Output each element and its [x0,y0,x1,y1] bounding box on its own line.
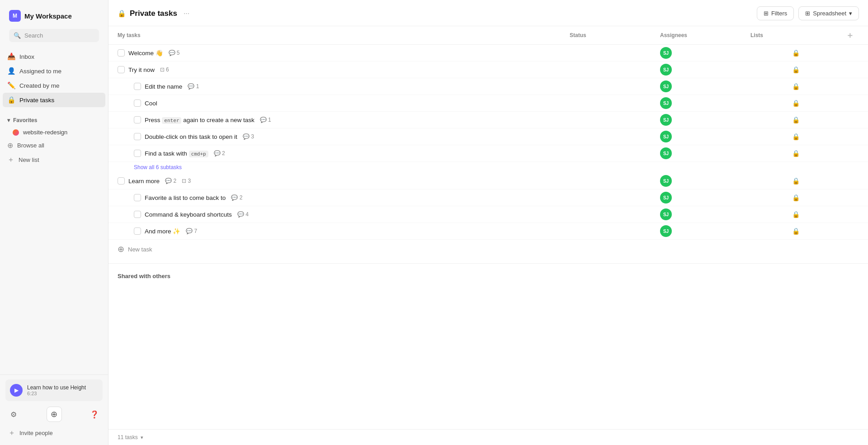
task-checkbox[interactable] [134,227,141,235]
help-button[interactable]: ❓ [87,407,102,421]
task-checkbox[interactable] [118,177,125,185]
bottom-actions: ⚙ ⊕ ❓ [5,405,103,424]
browse-all-label: Browse all [17,142,44,149]
learn-card[interactable]: ▶ Learn how to use Height 6:23 [5,379,103,401]
more-button[interactable]: ··· [181,8,192,19]
new-task-fab-button[interactable]: ⊕ [47,407,62,422]
task-lock: 🔒 [750,227,841,235]
task-row[interactable]: Press enter again to create a new task 💬… [108,112,868,128]
nav-items: 📥 Inbox 👤 Assigned to me ✏️ Created by m… [0,47,108,109]
task-area: My tasks Status Assignees Lists ＋ Welcom… [108,26,868,429]
spreadsheet-button[interactable]: ⊞ Spreadsheet ▾ [798,6,859,20]
private-icon: 🔒 [7,96,15,104]
task-checkbox[interactable] [134,99,141,107]
add-column-button[interactable]: ＋ [841,30,859,41]
task-comment-badge: 💬 2 [214,150,225,156]
task-name-cell: Learn more 💬 2 ⊡ 3 [118,177,570,185]
invite-people-item[interactable]: ＋ Invite people [5,426,103,440]
task-row[interactable]: Find a task with cmd+p 💬 2 SJ 🔒 [108,145,868,162]
col-tasks: My tasks [118,30,570,41]
browse-all-item[interactable]: ⊕ Browse all [0,138,108,152]
task-row[interactable]: Welcome 👋 💬 5 SJ 🔒 [108,45,868,62]
task-comment-badge: 💬 7 [186,228,197,234]
sidebar-top: M My Workspace 🔍 Search [0,0,108,47]
assignee-avatar: SJ [660,80,672,92]
col-status: Status [570,30,660,41]
col-status-label: Status [570,32,586,38]
task-lock: 🔒 [750,177,841,185]
search-bar[interactable]: 🔍 Search [9,29,99,42]
task-checkbox[interactable] [118,66,125,73]
assignee-avatar: SJ [660,47,672,59]
task-name-cell: And more ✨ 💬 7 [134,227,570,235]
new-task-label: New task [128,246,152,253]
task-checkbox[interactable] [134,116,141,123]
task-name-cell: Double-click on this task to open it 💬 3 [134,133,570,140]
task-name-cell: Command & keyboard shortcuts 💬 4 [134,211,570,218]
task-name-cell: Find a task with cmd+p 💬 2 [134,150,570,157]
task-assignees: SJ [660,131,750,142]
task-row[interactable]: And more ✨ 💬 7 SJ 🔒 [108,223,868,240]
task-row[interactable]: Cool SJ 🔒 [108,95,868,112]
title-lock-icon: 🔒 [118,9,126,18]
task-checkbox[interactable] [134,150,141,157]
new-list-label: New list [19,156,39,163]
task-name: Welcome 👋 [128,49,163,57]
assignee-avatar: SJ [660,131,672,142]
table-header: My tasks Status Assignees Lists ＋ [108,26,868,45]
task-row[interactable]: Try it now ⊡ 6 SJ 🔒 [108,62,868,78]
task-row[interactable]: Edit the name 💬 1 SJ 🔒 [108,78,868,95]
favorites-section-header[interactable]: ▾ Favorites [0,114,108,126]
task-count-chevron[interactable]: ▾ [141,435,143,440]
task-assignees: SJ [660,114,750,126]
workspace-header[interactable]: M My Workspace [6,5,102,26]
task-lock: 🔒 [750,133,841,140]
task-name: Find a task with cmd+p [145,150,208,157]
new-task-button[interactable]: ⊕ New task [108,240,868,259]
assignee-avatar: SJ [660,147,672,159]
assignee-avatar: SJ [660,64,672,76]
task-lock: 🔒 [750,49,841,57]
task-name: Edit the name [145,83,182,90]
settings-button[interactable]: ⚙ [6,407,21,421]
sidebar-item-assigned[interactable]: 👤 Assigned to me [3,64,105,78]
col-lists-label: Lists [750,32,763,38]
workspace-name: My Workspace [24,12,72,20]
task-row[interactable]: Favorite a list to come back to 💬 2 SJ 🔒 [108,189,868,206]
show-subtasks-button[interactable]: Show all 6 subtasks [108,162,868,173]
task-lock: 🔒 [750,66,841,73]
task-checkbox[interactable] [134,211,141,218]
created-icon: ✏️ [7,81,15,90]
task-name-cell: Welcome 👋 💬 5 [118,49,570,57]
assignee-avatar: SJ [660,97,672,109]
task-assignees: SJ [660,225,750,237]
task-row[interactable]: Double-click on this task to open it 💬 3… [108,128,868,145]
task-checkbox[interactable] [118,49,125,57]
task-name-cell: Press enter again to create a new task 💬… [134,116,570,123]
sidebar-item-created[interactable]: ✏️ Created by me [3,78,105,93]
task-comment-badge: 💬 2 [231,194,242,201]
task-checkbox[interactable] [134,83,141,90]
shared-section-label: Shared with others [118,273,170,279]
header-actions: ⊞ Filters ⊞ Spreadsheet ▾ [757,6,859,20]
sidebar-item-private[interactable]: 🔒 Private tasks [3,93,105,107]
learn-time: 6:23 [27,391,86,396]
task-row[interactable]: Command & keyboard shortcuts 💬 4 SJ 🔒 [108,206,868,223]
play-icon: ▶ [10,384,23,397]
new-list-icon: ＋ [7,155,14,165]
sidebar-item-website-redesign[interactable]: website-redesign [0,126,108,138]
filter-icon: ⊞ [764,10,769,17]
sidebar-item-inbox[interactable]: 📥 Inbox [3,49,105,64]
filters-button[interactable]: ⊞ Filters [757,6,794,20]
task-row[interactable]: Learn more 💬 2 ⊡ 3 SJ 🔒 [108,173,868,189]
task-assignees: SJ [660,192,750,204]
task-assignees: SJ [660,208,750,220]
task-checkbox[interactable] [134,133,141,140]
task-subtask-badge: ⊡ 3 [182,178,191,184]
main-header: 🔒 Private tasks ··· ⊞ Filters ⊞ Spreadsh… [108,0,868,26]
task-assignees: SJ [660,175,750,187]
new-list-item[interactable]: ＋ New list [0,152,108,167]
task-lock: 🔒 [750,99,841,107]
task-checkbox[interactable] [134,194,141,201]
add-col-icon: ＋ [846,30,854,41]
